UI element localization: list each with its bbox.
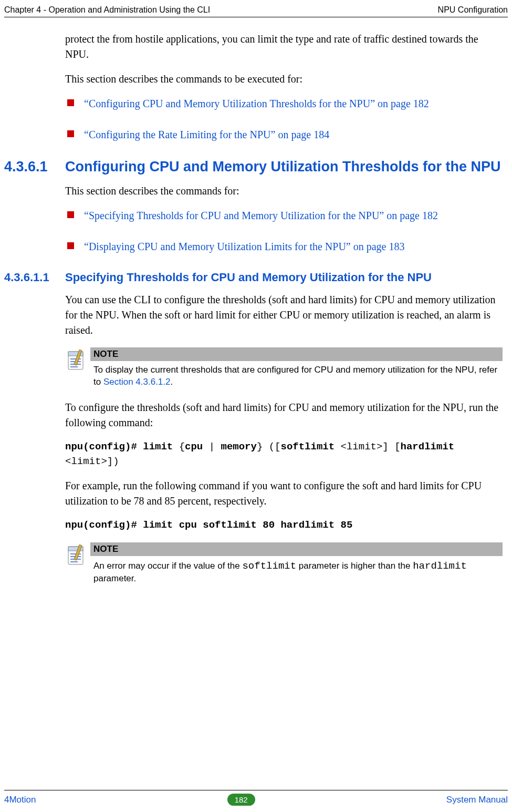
intro-paragraph-2: This section describes the commands to b…	[65, 71, 503, 87]
page-number-badge: 182	[227, 794, 255, 806]
paragraph: For example, run the following command i…	[65, 478, 503, 509]
section-ref-link[interactable]: Section 4.3.6.1.2	[103, 377, 171, 387]
note-icon	[65, 542, 90, 585]
note-text-mid: parameter is higher than the	[296, 561, 413, 571]
list-item: “Configuring CPU and Memory Utilization …	[65, 96, 503, 111]
section-body: To configure the thresholds (soft and ha…	[65, 400, 503, 533]
note-body: NOTE An error may occur if the value of …	[90, 542, 503, 585]
intro-block: protect the from hostile applications, y…	[65, 32, 503, 142]
note-text-post: .	[171, 377, 173, 387]
section-body: You can use the CLI to configure the thr…	[65, 292, 503, 338]
paragraph: This section describes the commands for:	[65, 183, 503, 199]
bullet-icon	[67, 99, 74, 106]
intro-bullet-list: “Configuring CPU and Memory Utilization …	[65, 96, 503, 142]
bullet-icon	[67, 130, 74, 137]
note-text: To display the current thresholds that a…	[90, 361, 503, 388]
bullet-list: “Specifying Thresholds for CPU and Memor…	[65, 208, 503, 254]
section-number: 4.3.6.1	[4, 158, 65, 176]
code-bold: hardlimit	[401, 441, 455, 453]
code-text: <limit>] [	[335, 441, 400, 453]
xref-link[interactable]: “Configuring the Rate Limiting for the N…	[84, 129, 329, 140]
code-bold: cpu	[185, 441, 203, 453]
command-syntax: npu(config)# limit {cpu | memory} ([soft…	[65, 440, 503, 469]
code-text: |	[203, 441, 221, 453]
xref-link[interactable]: “Configuring CPU and Memory Utilization …	[84, 98, 429, 109]
note-icon	[65, 347, 90, 388]
xref-link[interactable]: “Displaying CPU and Memory Utilization L…	[84, 241, 404, 252]
page-header: Chapter 4 - Operation and Administration…	[4, 5, 508, 17]
section-title: Specifying Thresholds for CPU and Memory…	[65, 270, 432, 285]
section-number: 4.3.6.1.1	[4, 270, 65, 285]
note-block: NOTE To display the current thresholds t…	[65, 347, 503, 388]
code-bold: memory	[221, 441, 256, 453]
header-right: NPU Configuration	[438, 5, 508, 15]
code-bold: softlimit	[281, 441, 335, 453]
list-item: “Configuring the Rate Limiting for the N…	[65, 127, 503, 142]
section-title: Configuring CPU and Memory Utilization T…	[65, 158, 501, 176]
header-left: Chapter 4 - Operation and Administration…	[4, 5, 210, 15]
note-text-pre: An error may occur if the value of the	[93, 561, 242, 571]
bullet-icon	[67, 242, 74, 249]
footer-right: System Manual	[446, 795, 508, 805]
command-example: npu(config)# limit cpu softlimit 80 hard…	[65, 518, 503, 533]
code-inline: hardlimit	[413, 560, 467, 572]
code-text: <limit>])	[65, 456, 119, 467]
subsection-heading: 4.3.6.1.1 Specifying Thresholds for CPU …	[4, 270, 508, 285]
section-body: This section describes the commands for:…	[65, 183, 503, 254]
note-text-post: parameter.	[93, 573, 136, 583]
note-text: An error may occur if the value of the s…	[90, 556, 503, 585]
list-item: “Specifying Thresholds for CPU and Memor…	[65, 208, 503, 223]
bullet-icon	[67, 211, 74, 218]
footer-left: 4Motion	[4, 795, 36, 805]
code-text: {	[173, 441, 185, 453]
page-footer: 4Motion 182 System Manual	[4, 790, 508, 806]
note-label: NOTE	[90, 542, 503, 556]
note-body: NOTE To display the current thresholds t…	[90, 347, 503, 388]
paragraph: To configure the thresholds (soft and ha…	[65, 400, 503, 430]
xref-link[interactable]: “Specifying Thresholds for CPU and Memor…	[84, 210, 438, 221]
note-block: NOTE An error may occur if the value of …	[65, 542, 503, 585]
code-bold: npu(config)# limit	[65, 441, 173, 453]
list-item: “Displaying CPU and Memory Utilization L…	[65, 239, 503, 254]
code-text: } ([	[257, 441, 281, 453]
paragraph: You can use the CLI to configure the thr…	[65, 292, 503, 338]
intro-paragraph-1: protect the from hostile applications, y…	[65, 32, 503, 62]
content-area: protect the from hostile applications, y…	[4, 32, 508, 775]
page: Chapter 4 - Operation and Administration…	[0, 0, 512, 812]
code-inline: softlimit	[242, 560, 296, 572]
note-label: NOTE	[90, 347, 503, 361]
code-bold: npu(config)# limit cpu softlimit 80 hard…	[65, 519, 352, 531]
section-heading: 4.3.6.1 Configuring CPU and Memory Utili…	[4, 158, 508, 176]
